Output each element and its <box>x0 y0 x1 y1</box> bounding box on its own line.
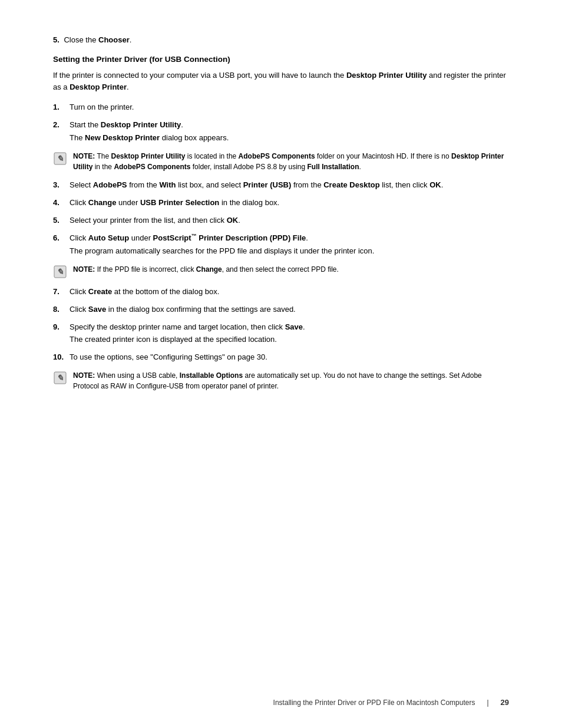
note-icon: ✎ <box>53 151 67 166</box>
page-container: 5. Close the Chooser. Setting the Printe… <box>0 0 562 728</box>
step10-content: To use the options, see "Configuring Set… <box>70 351 509 363</box>
list-item: ✎ NOTE: The Desktop Printer Utility is l… <box>53 151 509 172</box>
note3-box: ✎ NOTE: When using a USB cable, Installa… <box>53 370 509 391</box>
step5-num: 5. <box>53 35 59 44</box>
note3-text: NOTE: When using a USB cable, Installabl… <box>73 370 509 391</box>
list-item: 3. Select AdobePS from the With list box… <box>53 179 509 191</box>
list-item: 8. Click Save in the dialog box confirmi… <box>53 304 509 315</box>
svg-text:✎: ✎ <box>57 374 64 383</box>
step9-subline: The created printer icon is displayed at… <box>70 334 509 345</box>
step10-num: 10. <box>53 351 70 363</box>
step9-num: 9. <box>53 321 70 345</box>
step2-bold: Desktop Printer Utility <box>101 120 181 129</box>
step3-bold1: AdobePS <box>93 180 127 189</box>
step2-content: Start the Desktop Printer Utility. The N… <box>70 119 509 143</box>
step9-bold1: Save <box>285 322 303 331</box>
list-item: 4. Click Change under USB Printer Select… <box>53 197 509 209</box>
step7-content: Click Create at the bottom of the dialog… <box>70 286 509 298</box>
step2-sub-bold: New Desktop Printer <box>85 133 160 142</box>
step7-num: 7. <box>53 286 70 298</box>
list-item: 1. Turn on the printer. <box>53 101 509 113</box>
note1-bold1: Desktop Printer Utility <box>111 152 185 160</box>
step8-num: 8. <box>53 304 70 315</box>
list-item: ✎ NOTE: When using a USB cable, Installa… <box>53 370 509 391</box>
intro-paragraph: If the printer is connected to your comp… <box>53 70 509 93</box>
step5-content: Select your printer from the list, and t… <box>70 215 509 226</box>
step3-content: Select AdobePS from the With list box, a… <box>70 179 509 191</box>
step5-text-before: Close the <box>64 35 98 44</box>
list-item: 9. Specify the desktop printer name and … <box>53 321 509 345</box>
step6-num: 6. <box>53 232 70 257</box>
step5-text-after: . <box>130 35 132 44</box>
intro-end: . <box>127 83 129 91</box>
list-item: 6. Click Auto Setup under PostScript™ Pr… <box>53 232 509 257</box>
note1-label: NOTE: <box>73 152 95 160</box>
note2-bold1: Change <box>196 265 222 274</box>
note1-bold2: AdobePS Components <box>239 152 315 160</box>
step5-pre: 5. Close the Chooser. <box>53 35 509 44</box>
tm-symbol: ™ <box>191 233 197 239</box>
step5-chooser: Chooser <box>98 35 130 44</box>
step1-num: 1. <box>53 101 70 113</box>
step2-subline: The New Desktop Printer dialog box appea… <box>70 132 509 144</box>
note2-text: NOTE: If the PPD file is incorrect, clic… <box>73 264 509 275</box>
list-item: 10. To use the options, see "Configuring… <box>53 351 509 363</box>
list-item: 7. Click Create at the bottom of the dia… <box>53 286 509 298</box>
step4-bold1: Change <box>88 198 117 207</box>
note1-text: NOTE: The Desktop Printer Utility is loc… <box>73 151 509 172</box>
step7-bold1: Create <box>88 287 112 296</box>
svg-text:✎: ✎ <box>57 268 64 276</box>
intro-bold1: Desktop Printer Utility <box>346 71 427 80</box>
section-heading: Setting the Printer Driver (for USB Conn… <box>53 55 509 64</box>
step1-content: Turn on the printer. <box>70 101 509 113</box>
steps-list: 1. Turn on the printer. 2. Start the Des… <box>53 101 509 391</box>
step3-bold2: With <box>159 180 176 189</box>
step2-num: 2. <box>53 119 70 143</box>
note1-bold4: AdobePS Components <box>114 163 190 171</box>
step4-num: 4. <box>53 197 70 209</box>
list-item: 5. Select your printer from the list, an… <box>53 215 509 226</box>
intro-text: If the printer is connected to your comp… <box>53 71 346 80</box>
note3-icon: ✎ <box>53 371 67 385</box>
page-footer: Installing the Printer Driver or PPD Fil… <box>0 698 562 707</box>
step6-subline: The program automatically searches for t… <box>70 245 509 257</box>
list-item: 2. Start the Desktop Printer Utility. Th… <box>53 119 509 143</box>
step6-bold1: Auto Setup <box>88 233 129 242</box>
note1-box: ✎ NOTE: The Desktop Printer Utility is l… <box>53 151 509 172</box>
svg-text:✎: ✎ <box>57 154 64 163</box>
intro-bold2: Desktop Printer <box>70 83 127 91</box>
step3-bold3: Printer (USB) <box>243 180 292 189</box>
note1-bold5: Full Installation <box>308 163 359 171</box>
step4-bold2: USB Printer Selection <box>140 198 219 207</box>
note2-box: ✎ NOTE: If the PPD file is incorrect, cl… <box>53 264 509 279</box>
step5-bold: OK <box>227 216 239 225</box>
step3-bold4: Create Desktop <box>323 180 379 189</box>
note3-label: NOTE: <box>73 371 95 380</box>
step4-content: Click Change under USB Printer Selection… <box>70 197 509 209</box>
list-item: ✎ NOTE: If the PPD file is incorrect, cl… <box>53 264 509 279</box>
note3-bold1: Installable Options <box>180 371 243 380</box>
step6-content: Click Auto Setup under PostScript™ Print… <box>70 232 509 257</box>
note2-label: NOTE: <box>73 265 95 274</box>
step9-content: Specify the desktop printer name and tar… <box>70 321 509 345</box>
footer-text: Installing the Printer Driver or PPD Fil… <box>273 699 475 707</box>
step6-bold2: PostScript™ Printer Description (PPD) Fi… <box>153 233 306 242</box>
step5-num2: 5. <box>53 215 70 226</box>
step3-bold5: OK <box>429 180 441 189</box>
step8-bold1: Save <box>88 305 106 314</box>
footer-divider: | <box>487 699 488 707</box>
step8-content: Click Save in the dialog box confirming … <box>70 304 509 315</box>
step3-num: 3. <box>53 179 70 191</box>
footer-page-number: 29 <box>501 698 509 707</box>
note2-icon: ✎ <box>53 265 67 279</box>
